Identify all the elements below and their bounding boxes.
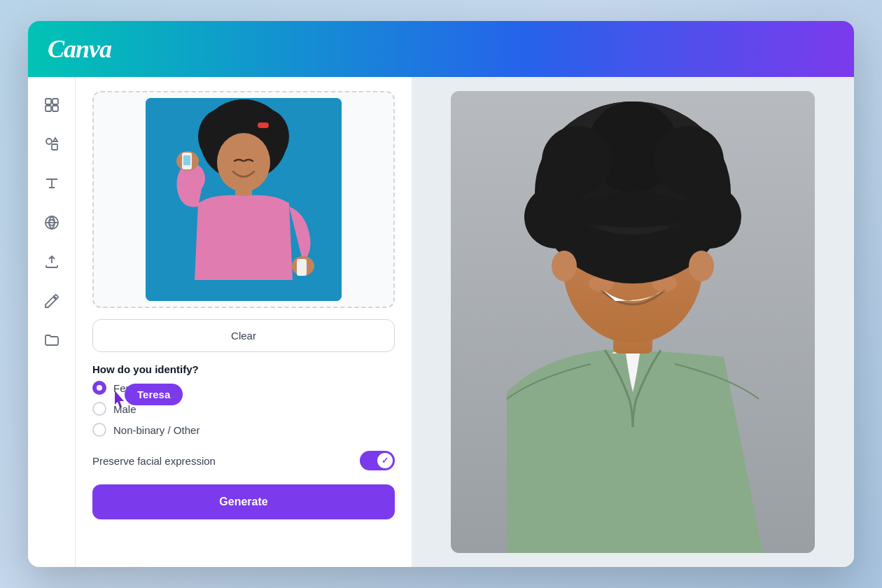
text-icon[interactable] (35, 167, 69, 200)
svg-rect-21 (297, 259, 307, 276)
svg-rect-19 (183, 155, 190, 165)
svg-rect-14 (258, 122, 269, 128)
radio-option-female[interactable]: Female Teresa (92, 381, 395, 395)
apps-icon[interactable] (35, 206, 69, 239)
canva-logo: Canva (48, 34, 111, 64)
svg-rect-2 (46, 106, 51, 111)
nonbinary-radio[interactable] (92, 423, 106, 437)
svg-rect-0 (46, 99, 51, 104)
female-radio[interactable] (92, 381, 106, 395)
svg-point-40 (689, 251, 714, 281)
svg-point-39 (552, 251, 577, 281)
svg-rect-5 (52, 144, 57, 150)
radio-option-male[interactable]: Male (92, 402, 395, 416)
identity-section: How do you identify? Female Teresa (92, 363, 395, 437)
toggle-check-icon: ✓ (382, 456, 388, 465)
preserve-toggle[interactable]: ✓ (360, 451, 395, 470)
preserve-row: Preserve facial expression ✓ (92, 451, 395, 470)
header: Canva (28, 21, 854, 77)
svg-point-4 (46, 139, 52, 144)
panel: Clear How do you identify? Female (76, 77, 412, 567)
sidebar (28, 77, 76, 567)
projects-icon[interactable] (35, 323, 69, 357)
section-question: How do you identify? (92, 363, 395, 375)
svg-rect-3 (52, 106, 58, 111)
male-label: Male (113, 403, 136, 415)
layout-icon[interactable] (35, 88, 69, 122)
result-image (451, 91, 815, 553)
uploaded-image (146, 98, 342, 301)
image-upload-area[interactable] (92, 91, 395, 308)
clear-button[interactable]: Clear (92, 319, 395, 352)
male-radio[interactable] (92, 402, 106, 416)
draw-icon[interactable] (35, 284, 69, 318)
svg-point-15 (217, 133, 270, 192)
nonbinary-label: Non-binary / Other (113, 424, 200, 436)
main-content: Clear How do you identify? Female (28, 77, 854, 567)
svg-rect-1 (52, 99, 58, 104)
generate-button[interactable]: Generate (92, 484, 395, 519)
preview-area (412, 77, 854, 567)
svg-point-13 (216, 99, 272, 139)
radio-option-nonbinary[interactable]: Non-binary / Other (92, 423, 395, 437)
toggle-knob: ✓ (377, 453, 393, 468)
svg-point-36 (542, 126, 612, 196)
radio-group: Female Teresa Male (92, 381, 395, 437)
preserve-label: Preserve facial expression (92, 455, 216, 467)
svg-point-37 (654, 126, 724, 196)
app-window: Canva (28, 21, 854, 567)
elements-icon[interactable] (35, 127, 69, 161)
upload-icon[interactable] (35, 245, 69, 279)
